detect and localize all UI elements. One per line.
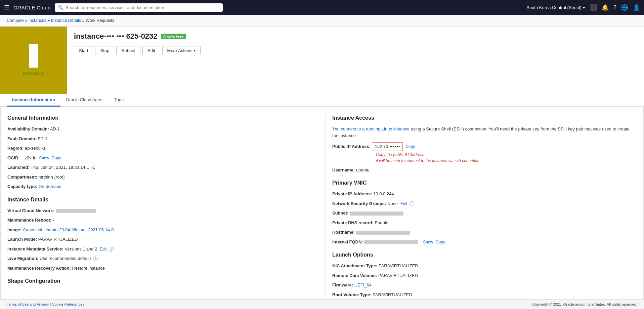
availability-domain-row: Availability Domain: AD-1: [7, 126, 312, 132]
tabs-bar: Instance Information Oracle Cloud Agent …: [0, 94, 644, 107]
image-value[interactable]: Canonical-Ubuntu-20.04-Minimal-2021.06.1…: [23, 227, 114, 232]
nic-value: PARAVIRTUALIZED: [379, 263, 418, 268]
fqdn-value: [364, 240, 418, 244]
public-ip-copy-link[interactable]: Copy: [405, 144, 415, 149]
chevron-down-icon: ▾: [583, 5, 585, 10]
maintenance-recovery-label: Maintenance Recovery Action:: [7, 266, 71, 271]
instance-header-area: RUNNING instance-▪▪▪ ▪▪▪ 625-0232 Always…: [0, 27, 644, 94]
launched-row: Launched: Thu, Jun 24, 2021, 19:33:14 UT…: [7, 164, 312, 171]
public-ip-label: Public IP Address:: [332, 144, 371, 149]
capacity-row: Capacity type: On-demand: [7, 183, 312, 190]
more-actions-button[interactable]: More Actions ▾: [162, 46, 201, 55]
compartment-row: Compartment: mrthinh (root): [7, 174, 312, 181]
bell-icon[interactable]: 🔔: [602, 4, 609, 11]
edit-button[interactable]: Edit: [142, 46, 160, 55]
username-row: Username: ubuntu: [332, 167, 637, 173]
ocid-value: ...z2vrfq: [21, 155, 36, 160]
remote-data-value: PARAVIRTUALIZED: [378, 273, 418, 278]
public-ip-value: 152.70.▪▪▪.▪▪▪: [372, 142, 403, 151]
top-navigation: ☰ ORACLE Cloud 🔍 South Korea Central (Se…: [0, 0, 644, 15]
help-icon[interactable]: ?: [613, 4, 616, 11]
tab-instance-information[interactable]: Instance Information: [7, 94, 60, 107]
image-label: Image:: [7, 227, 22, 232]
launch-mode-value: PARAVIRTUALIZED: [38, 237, 78, 242]
live-migration-value: Use recommended default: [40, 256, 91, 261]
remote-data-label: Remote Data Volume:: [332, 273, 377, 278]
hamburger-menu[interactable]: ☰: [4, 4, 9, 11]
nsg-edit-link[interactable]: Edit: [400, 201, 407, 206]
action-buttons: Start Stop Reboot Edit More Actions ▾: [74, 46, 637, 55]
subnet-value: [350, 211, 403, 216]
stop-button[interactable]: Stop: [95, 46, 114, 55]
live-migration-row: Live Migration: Use recommended default …: [7, 255, 312, 262]
breadcrumb-compute[interactable]: Compute: [7, 18, 24, 23]
nic-row: NIC Attachment Type: PARAVIRTUALIZED: [332, 263, 637, 269]
maintenance-recovery-row: Maintenance Recovery Action: Restore ins…: [7, 265, 312, 272]
firmware-label: Firmware:: [332, 282, 353, 287]
vcn-row: Virtual Cloud Network:: [7, 207, 312, 214]
instance-icon: [29, 44, 38, 68]
breadcrumb-instances[interactable]: Instances: [29, 18, 47, 23]
search-icon: 🔍: [58, 5, 63, 10]
vcn-label: Virtual Cloud Network:: [7, 208, 54, 213]
firmware-value[interactable]: UEFI_64: [354, 282, 372, 287]
nsg-info-icon[interactable]: i: [410, 201, 414, 206]
globe-icon[interactable]: 🌐: [621, 4, 628, 11]
ocid-show-link[interactable]: Show: [39, 156, 49, 160]
private-ip-label: Private IP Address:: [332, 191, 372, 196]
username-label: Username:: [332, 167, 355, 172]
subnet-label: Subnet:: [332, 210, 348, 216]
maintenance-recovery-value: Restore instance: [72, 266, 105, 271]
cookie-link[interactable]: Cookie Preferences: [52, 302, 84, 306]
instance-status: RUNNING: [23, 72, 44, 76]
search-input[interactable]: [66, 5, 219, 10]
primary-vnic-section: Primary VNIC Private IP Address: 10.0.0.…: [332, 180, 637, 245]
instance-access-desc: You connect to a running Linux instance …: [332, 126, 637, 139]
live-migration-info-icon[interactable]: i: [93, 257, 98, 261]
primary-vnic-title: Primary VNIC: [332, 180, 637, 186]
boot-volume-row: Boot Volume Type: PARAVIRTUALIZED: [332, 292, 637, 298]
breadcrumb-instance-details[interactable]: Instance Details: [51, 18, 81, 23]
instance-details-title: Instance Details: [7, 197, 312, 203]
terminal-icon[interactable]: ⬛: [590, 4, 597, 11]
breadcrumb-work-requests: Work Requests: [86, 18, 114, 23]
instance-access-title: Instance Access: [332, 115, 637, 121]
nsg-label: Network Security Groups:: [332, 201, 386, 206]
hostname-value: [356, 231, 410, 235]
reboot-button[interactable]: Reboot: [116, 46, 140, 55]
ocid-copy-link[interactable]: Copy: [52, 156, 61, 160]
instance-image-panel: RUNNING: [0, 27, 67, 94]
region-selector[interactable]: South Korea Central (Seoul) ▾: [526, 5, 585, 10]
ocid-row: OCID: ...z2vrfq Show Copy: [7, 155, 312, 161]
fqdn-copy-link[interactable]: Copy: [436, 240, 445, 244]
tab-tags[interactable]: Tags: [109, 94, 129, 107]
capacity-value[interactable]: On-demand: [39, 184, 62, 189]
launch-options-title: Launch Options: [332, 252, 637, 258]
tab-oracle-cloud-agent[interactable]: Oracle Cloud Agent: [60, 94, 109, 107]
vcn-value[interactable]: [56, 208, 96, 213]
fqdn-row: Internal FQDN: . Show Copy: [332, 239, 637, 245]
maintenance-reboot-value: -: [53, 218, 54, 223]
breadcrumb: Compute » Instances » Instance Details »…: [0, 15, 644, 27]
capacity-label: Capacity type:: [7, 184, 37, 189]
terms-link[interactable]: Terms of Use and Privacy: [7, 302, 49, 306]
start-button[interactable]: Start: [74, 46, 93, 55]
region-label: Region:: [7, 146, 24, 151]
user-icon[interactable]: 👤: [633, 4, 640, 11]
nav-right: South Korea Central (Seoul) ▾ ⬛ 🔔 ? 🌐 👤: [526, 4, 640, 11]
metadata-service-row: Instance Metadata Service: Versions 1 an…: [7, 246, 312, 253]
fault-domain-row: Fault Domain: FD-1: [7, 136, 312, 142]
remote-data-row: Remote Data Volume: PARAVIRTUALIZED: [332, 272, 637, 279]
left-column: General Information Availability Domain:…: [7, 114, 325, 309]
availability-domain-label: Availability Domain:: [7, 126, 49, 131]
maintenance-reboot-row: Maintenance Reboot: -: [7, 217, 312, 224]
instance-right-header: instance-▪▪▪ ▪▪▪ 625-0232 Always Free St…: [67, 27, 644, 94]
connect-instance-link[interactable]: connect to a running Linux instance: [341, 126, 410, 131]
general-information-title: General Information: [7, 115, 312, 121]
compartment-value: mrthinh (root): [38, 175, 65, 180]
fqdn-show-link[interactable]: Show: [423, 240, 433, 244]
image-row: Image: Canonical-Ubuntu-20.04-Minimal-20…: [7, 227, 312, 233]
hostname-row: Hostname:: [332, 229, 637, 236]
metadata-edit-link[interactable]: Edit: [100, 247, 107, 252]
metadata-info-icon[interactable]: i: [109, 247, 114, 252]
